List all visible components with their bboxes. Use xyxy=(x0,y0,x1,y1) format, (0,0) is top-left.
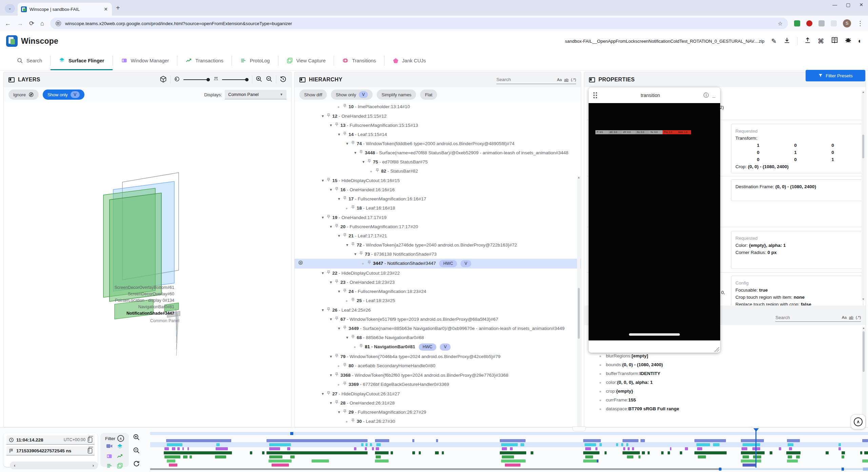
extensions-puzzle-icon[interactable] xyxy=(818,20,825,26)
expand-arrow-icon[interactable]: ▼ xyxy=(321,177,327,184)
trace-block[interactable] xyxy=(375,439,389,442)
trace-tab-window-manager[interactable]: Window Manager xyxy=(113,51,177,70)
pin-icon[interactable] xyxy=(343,233,347,238)
pin-icon[interactable] xyxy=(335,123,339,128)
hierarchy-chip-show-diff[interactable]: Show diff xyxy=(299,90,327,100)
layer-label[interactable]: NotificationShade#3447 xyxy=(126,311,174,316)
chart-filter-icon[interactable] xyxy=(117,453,123,461)
pin-icon[interactable] xyxy=(335,280,339,285)
expand-arrow-icon[interactable]: ▼ xyxy=(337,233,343,239)
trace-block[interactable] xyxy=(164,447,169,450)
trace-block[interactable] xyxy=(172,447,176,450)
expand-arrow-icon[interactable]: ▼ xyxy=(329,400,335,406)
tree-row-81[interactable]: ●81 - NavigationBar0#81HWCV xyxy=(295,342,581,352)
pin-icon[interactable] xyxy=(327,271,331,276)
trace-block[interactable] xyxy=(788,455,792,458)
trace-block[interactable] xyxy=(583,459,597,463)
trace-block[interactable] xyxy=(287,447,290,450)
trace-block[interactable] xyxy=(269,455,282,458)
trace-block[interactable] xyxy=(167,459,175,463)
tree-row-67[interactable]: ▼67 - WindowToken{e5176f9 type=2019 andr… xyxy=(295,315,581,324)
trace-block[interactable] xyxy=(375,459,389,463)
properties-scrollbar[interactable]: ▲ ▼ xyxy=(862,91,865,301)
trace-block[interactable] xyxy=(839,447,841,450)
properties-search-input[interactable] xyxy=(775,313,830,321)
tree-row-75[interactable]: ▼75 - ed70f88 StatusBar#75 xyxy=(295,157,581,166)
trace-block[interactable] xyxy=(788,443,793,446)
show-only-chip[interactable]: Show only V xyxy=(43,90,84,100)
pin-icon[interactable] xyxy=(327,391,331,396)
hierarchy-scrollbar[interactable]: ▲ ▼ xyxy=(577,176,580,427)
tab-close-icon[interactable]: ✕ xyxy=(103,6,108,12)
tree-row-79[interactable]: ▼79 - WindowToken{7046b4a type=2024 andr… xyxy=(295,352,581,361)
trace-block[interactable] xyxy=(616,443,618,446)
pin-icon[interactable] xyxy=(351,335,355,340)
expand-arrow-icon[interactable]: ▼ xyxy=(337,196,343,202)
trace-block[interactable] xyxy=(376,455,381,458)
transition-screenshot-window[interactable]: transition ⓘ _ P: 0/1dX: 0.0dY: 0.0Xv: 0… xyxy=(589,87,720,353)
tree-row-21[interactable]: ▼21 - Leaf:17:17#21 xyxy=(295,231,581,240)
pin-icon[interactable] xyxy=(335,373,339,378)
expand-arrow-icon[interactable]: ▼ xyxy=(321,214,327,221)
videocam-filter-icon[interactable] xyxy=(106,444,113,451)
expand-arrow-icon[interactable]: ▼ xyxy=(321,391,327,397)
browser-tab[interactable]: Winscope | sandbox-FAIL ✕ xyxy=(18,3,112,16)
trace-block[interactable] xyxy=(623,451,640,454)
trace-block[interactable] xyxy=(839,443,841,446)
tree-row-3447[interactable]: ●3447 - NotificationShade#3447HWCV xyxy=(295,259,581,269)
tree-row-28[interactable]: ▼28 - OneHanded:26:31#28 xyxy=(295,398,581,408)
zoom-in-icon[interactable] xyxy=(256,76,262,84)
trace-block[interactable] xyxy=(585,447,591,450)
tree-row-12[interactable]: ▼12 - OneHanded:15:15#12 xyxy=(295,112,581,121)
trace-block[interactable] xyxy=(685,447,688,450)
expand-arrow-icon[interactable]: ▼ xyxy=(329,186,335,193)
trace-tab-search[interactable]: Search xyxy=(9,51,50,70)
trace-block[interactable] xyxy=(412,451,415,454)
collapse-properties-button[interactable]: ∧ xyxy=(851,414,866,429)
trace-block[interactable] xyxy=(500,451,526,454)
trace-block[interactable] xyxy=(190,455,192,458)
pin-icon[interactable] xyxy=(327,178,331,183)
timeline-cursor[interactable] xyxy=(755,430,756,468)
match-word-icon[interactable]: ab xyxy=(564,78,569,82)
hierarchy-chip-flat[interactable]: Flat xyxy=(420,90,437,100)
pin-icon[interactable] xyxy=(351,141,355,146)
trace-block[interactable] xyxy=(743,443,761,446)
tree-row-10[interactable]: ●10 - ImePlaceholder:13:14#10 xyxy=(295,102,581,112)
trace-block[interactable] xyxy=(290,455,295,458)
trace-block[interactable] xyxy=(269,447,280,450)
pin-icon[interactable] xyxy=(343,196,347,201)
3d-view-icon[interactable] xyxy=(160,76,167,84)
timeline-canvas[interactable] xyxy=(150,428,868,472)
trace-block[interactable] xyxy=(638,455,640,458)
layers-filter-icon[interactable] xyxy=(117,444,123,451)
trace-block[interactable] xyxy=(670,447,671,450)
trace-block[interactable] xyxy=(585,443,596,446)
trace-block[interactable] xyxy=(520,443,524,446)
pin-icon[interactable] xyxy=(351,298,355,303)
trace-tab-transitions[interactable]: Transitions xyxy=(334,51,384,70)
trace-block[interactable] xyxy=(164,455,180,458)
tree-row-3448[interactable]: ▼3448 - Surface(name=ed70f88 StatusBar)/… xyxy=(295,148,581,157)
trace-block[interactable] xyxy=(787,439,800,442)
new-tab-button[interactable]: + xyxy=(116,4,120,12)
trace-block[interactable] xyxy=(605,451,607,454)
regex-icon[interactable]: (.*) xyxy=(571,78,576,82)
property-row-bounds[interactable]: ●bounds: (0, 0) - (1080, 2400) xyxy=(584,360,866,369)
trace-block[interactable] xyxy=(531,451,533,454)
trace-block[interactable] xyxy=(502,455,514,458)
expand-arrow-icon[interactable]: ▼ xyxy=(337,409,343,415)
trace-block[interactable] xyxy=(842,455,844,458)
tree-row-3369[interactable]: ●3369 - 67726bf EdgeBackGestureHandler0#… xyxy=(295,380,581,389)
tree-row-74[interactable]: ▼74 - WindowToken{fdddbe6 type=2000 andr… xyxy=(295,139,581,148)
trace-block[interactable] xyxy=(623,447,625,450)
trace-block[interactable] xyxy=(169,464,177,467)
list-filter-icon[interactable] xyxy=(106,463,113,470)
next-frame-icon[interactable]: › xyxy=(93,463,94,468)
trace-block[interactable] xyxy=(698,455,706,458)
tree-row-26[interactable]: ▼26 - Leaf:24:25#26 xyxy=(295,306,581,315)
frame-step-bar[interactable]: ‹ › xyxy=(10,461,98,469)
trace-tab-view-capture[interactable]: View Capture xyxy=(278,51,334,70)
reload-icon[interactable]: ⟳ xyxy=(29,20,34,27)
trace-block[interactable] xyxy=(510,447,513,450)
